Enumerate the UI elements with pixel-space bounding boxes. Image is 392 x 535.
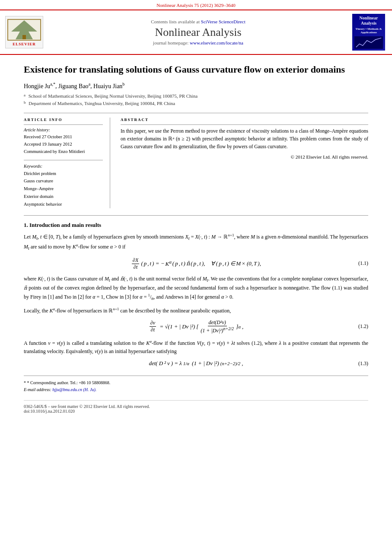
para2: where K(·, t) is the Gauss curvature of … bbox=[24, 275, 368, 303]
elsevier-tree-icon bbox=[7, 19, 41, 41]
doi-line: doi:10.1016/j.na.2012.01.020 bbox=[24, 409, 368, 414]
keyword-2: Gauss curvature bbox=[24, 177, 103, 185]
keyword-3: Monge–Ampère bbox=[24, 185, 103, 193]
header-center: Contents lists available at SciVerse Sci… bbox=[48, 19, 348, 45]
para1: Let Mt, t ∈ [0, T), be a family of hyper… bbox=[24, 232, 368, 252]
affiliation-a-text: School of Mathematical Sciences, Beijing… bbox=[29, 92, 198, 100]
footnote-email-line: E-mail address: hjju@bnu.edu.cn (H. Ju). bbox=[24, 387, 96, 392]
authors-line: Hongjie Jua,*, Jiguang Baoa, Huaiyu Jian… bbox=[24, 82, 368, 90]
svg-rect-4 bbox=[354, 36, 383, 49]
sciverse-link[interactable]: SciVerse ScienceDirect bbox=[201, 19, 245, 24]
journal-ref-bar: Nonlinear Analysis 75 (2012) 3629–3640 bbox=[0, 0, 392, 10]
affiliation-a: a School of Mathematical Sciences, Beiji… bbox=[24, 92, 368, 100]
communicated-by: Communicated by Enzo Mitidieri bbox=[24, 148, 103, 156]
copyright-text: © 2012 Elsevier Ltd. All rights reserved… bbox=[121, 153, 368, 161]
equation-1-1: ∂X∂t (p, t) = −Kα(p, t)n̄(p, t), ∀ (p, t… bbox=[24, 257, 368, 271]
equation-1-2: ∂v∂t = √(1 + |Dv|²) [ det(D²v) (1 + |Dv|… bbox=[24, 319, 368, 334]
keyword-4: Exterior domain bbox=[24, 193, 103, 201]
footnote-email-link[interactable]: hjju@bnu.edu.cn (H. Ju). bbox=[52, 387, 96, 392]
keywords-label: Keywords: bbox=[24, 164, 103, 169]
journal-badge-box: NonlinearAnalysis Theory • Methods &Appl… bbox=[352, 14, 385, 51]
footnote-email-label: E-mail address: bbox=[24, 387, 51, 392]
elsevier-logo: ELSEVIER bbox=[5, 16, 44, 48]
history-items: Received 27 October 2011 Accepted 19 Jan… bbox=[24, 134, 103, 155]
badge-subtitle: Theory • Methods &Applications bbox=[355, 27, 382, 35]
sciverse-link-line: Contents lists available at SciVerse Sci… bbox=[48, 19, 348, 24]
eq3-number: (1.3) bbox=[358, 360, 368, 367]
keyword-5: Asymptotic behavior bbox=[24, 201, 103, 208]
journal-badge: NonlinearAnalysis Theory • Methods &Appl… bbox=[352, 14, 387, 51]
section1-heading: 1. Introduction and main results bbox=[24, 222, 368, 229]
keywords-divider bbox=[24, 160, 103, 160]
journal-ref: Nonlinear Analysis 75 (2012) 3629–3640 bbox=[156, 3, 236, 8]
body-divider bbox=[24, 215, 368, 216]
footnote-star: * * Corresponding author. Tel.: +86 10 5… bbox=[24, 379, 368, 393]
elsevier-text: ELSEVIER bbox=[13, 42, 36, 46]
abstract-body: In this paper, we use the Perron method … bbox=[121, 128, 368, 149]
keyword-1: Dirichlet problem bbox=[24, 170, 103, 178]
journal-homepage-line: journal homepage: www.elsevier.com/locat… bbox=[48, 40, 348, 45]
badge-graph-icon bbox=[354, 36, 383, 49]
homepage-label: journal homepage: bbox=[153, 40, 188, 45]
svg-rect-2 bbox=[22, 35, 26, 39]
eq1-content: ∂X∂t (p, t) = −Kα(p, t)n̄(p, t), ∀ (p, t… bbox=[131, 257, 261, 271]
footnote-section: * * Corresponding author. Tel.: +86 10 5… bbox=[24, 376, 368, 393]
article-content: Existence for translating solutions of G… bbox=[0, 55, 392, 427]
journal-header: ELSEVIER Contents lists available at Sci… bbox=[0, 10, 392, 55]
article-info-label: ARTICLE INFO bbox=[24, 118, 103, 122]
abstract-divider bbox=[121, 124, 368, 125]
history-label: Article history: bbox=[24, 127, 103, 132]
abstract-col: ABSTRACT In this paper, we use the Perro… bbox=[121, 118, 368, 208]
eq1-number: (1.1) bbox=[358, 260, 368, 267]
affiliation-b-text: Department of Mathematics, Tsinghua Univ… bbox=[29, 100, 175, 107]
equation-1-3: det(D²v) = λ1/α (1 + |Dv|²)(n+2−2)/2, (1… bbox=[24, 360, 368, 367]
article-title: Existence for translating solutions of G… bbox=[24, 64, 368, 76]
affiliation-b: b Department of Mathematics, Tsinghua Un… bbox=[24, 100, 368, 107]
accepted-date: Accepted 19 January 2012 bbox=[24, 141, 103, 148]
eq2-number: (1.2) bbox=[358, 323, 368, 330]
received-date: Received 27 October 2011 bbox=[24, 134, 103, 141]
elsevier-logo-box: ELSEVIER bbox=[5, 16, 43, 48]
homepage-url[interactable]: www.elsevier.com/locate/na bbox=[190, 40, 243, 45]
eq2-content: ∂v∂t = √(1 + |Dv|²) [ det(D²v) (1 + |Dv|… bbox=[149, 319, 243, 334]
contents-available-text: Contents lists available at bbox=[151, 19, 200, 24]
eq3-content: det(D²v) = λ1/α (1 + |Dv|²)(n+2−2)/2, bbox=[149, 360, 243, 367]
para3: Locally, the Kα-flow of hypersurfaces in… bbox=[24, 306, 368, 315]
badge-title: NonlinearAnalysis bbox=[360, 16, 378, 26]
article-info-col: ARTICLE INFO Article history: Received 2… bbox=[24, 118, 110, 208]
affiliations: a School of Mathematical Sciences, Beiji… bbox=[24, 92, 368, 107]
info-abstract-cols: ARTICLE INFO Article history: Received 2… bbox=[24, 118, 368, 208]
journal-title: Nonlinear Analysis bbox=[48, 26, 348, 39]
header-divider bbox=[24, 113, 368, 113]
bottom-bar: 0362-546X/$ – see front matter © 2012 El… bbox=[24, 400, 368, 414]
abstract-label: ABSTRACT bbox=[121, 118, 368, 122]
issn-line: 0362-546X/$ – see front matter © 2012 El… bbox=[24, 404, 368, 409]
ai-divider bbox=[24, 124, 103, 125]
authors-text: Hongjie Jua,*, Jiguang Baoa, Huaiyu Jian… bbox=[24, 83, 124, 89]
para4: A function v = v(y) is called a translat… bbox=[24, 338, 368, 356]
keywords-list: Dirichlet problem Gauss curvature Monge–… bbox=[24, 170, 103, 208]
abstract-text: In this paper, we use the Perron method … bbox=[121, 127, 368, 160]
